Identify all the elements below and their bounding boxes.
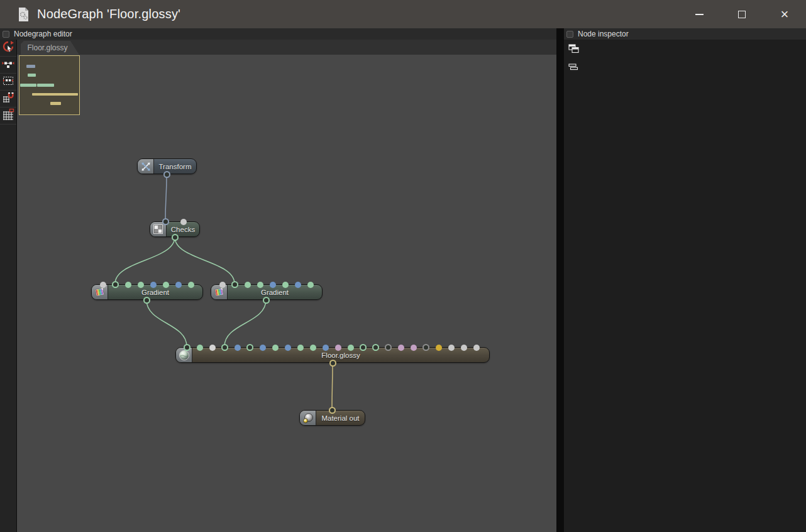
distribute-nodes-button[interactable] (0, 57, 16, 74)
minimap-bar-material-out (50, 102, 61, 105)
node-checks[interactable]: Checks (150, 221, 200, 237)
wire-gradient-1-to-floor-glossy[interactable] (146, 300, 187, 346)
minimap-bar-checks (28, 74, 36, 77)
cascade-windows-icon[interactable] (568, 44, 806, 56)
port-ringgray-ring[interactable] (422, 344, 429, 351)
grid-icon (2, 108, 14, 123)
port-green-dot[interactable] (310, 345, 316, 351)
title-bar[interactable]: NodeGraph 'Floor.glossy' × (0, 0, 806, 28)
navigate-icon (2, 40, 14, 55)
minimize-button[interactable] (678, 0, 720, 28)
port-gray-dot[interactable] (448, 345, 455, 351)
port-green-ring[interactable] (221, 344, 228, 351)
port-gray-dot[interactable] (219, 282, 226, 288)
node-graph-canvas[interactable]: TransformChecksGradientGradientFloor.glo… (17, 55, 556, 532)
frame-selection-icon (2, 74, 14, 89)
port-green-ring[interactable] (246, 344, 253, 351)
port-green-dot[interactable] (348, 345, 354, 351)
port-green-ring[interactable] (372, 344, 379, 351)
wire-gradient-2-to-floor-glossy[interactable] (224, 300, 266, 346)
port-blue-dot[interactable] (295, 282, 301, 288)
toggle-grid-button[interactable] (0, 108, 16, 125)
gradient-icon (211, 285, 228, 299)
snap-to-grid-button[interactable] (0, 91, 16, 108)
port-white-dot[interactable] (209, 345, 216, 351)
node-gradient-2[interactable]: Gradient (211, 284, 323, 300)
node-gradient-1[interactable]: Gradient (91, 284, 203, 300)
inspector-panel-checkbox[interactable] (566, 31, 573, 38)
port-green-dot[interactable] (297, 345, 304, 351)
editor-panel-header: Nodegraph editor (0, 28, 556, 40)
port-blue-dot[interactable] (270, 282, 276, 288)
port-pink-dot[interactable] (411, 345, 417, 351)
port-green-dot[interactable] (163, 282, 169, 288)
port-blue-dot[interactable] (260, 345, 266, 351)
pan-nodes-button[interactable] (0, 40, 16, 57)
material-sphere-icon (300, 411, 316, 425)
tab-floor-glossy[interactable]: Floor.glossy (21, 41, 79, 55)
port-blue-dot[interactable] (150, 282, 157, 288)
minimap[interactable] (19, 55, 80, 115)
port-green-ring[interactable] (172, 234, 179, 241)
port-steel-ring[interactable] (163, 171, 170, 178)
port-pink-dot[interactable] (335, 345, 341, 351)
wire-transform-to-checks[interactable] (165, 174, 167, 221)
window-title: NodeGraph 'Floor.glossy' (37, 7, 180, 21)
port-ringgray-ring[interactable] (385, 344, 392, 351)
inspector-panel-header: Node inspector (564, 28, 806, 40)
maximize-button[interactable] (720, 0, 763, 28)
node-label-material-out: Material out (316, 411, 365, 425)
node-label-transform: Transform (154, 159, 196, 174)
node-floor-glossy[interactable]: Floor.glossy (175, 347, 490, 363)
port-pink-dot[interactable] (398, 345, 404, 351)
close-button[interactable]: × (763, 0, 806, 28)
port-gray-dot[interactable] (473, 345, 480, 351)
port-green-dot[interactable] (245, 282, 251, 288)
port-green-dot[interactable] (307, 282, 314, 288)
transform-icon (138, 159, 154, 174)
node-inspector-panel (564, 40, 806, 532)
node-transform[interactable]: Transform (137, 158, 197, 174)
tab-label: Floor.glossy (27, 43, 67, 52)
port-green-ring[interactable] (263, 297, 270, 304)
port-tan-ring[interactable] (329, 407, 336, 414)
node-material-out[interactable]: Material out (299, 410, 365, 426)
wire-checks-to-gradient-2[interactable] (175, 237, 235, 284)
port-green-dot[interactable] (257, 282, 263, 288)
port-yellow-dot[interactable] (436, 345, 442, 351)
port-gray-dot[interactable] (100, 282, 106, 288)
close-icon: × (781, 8, 789, 21)
maximize-icon (738, 11, 746, 18)
minimize-icon (695, 14, 704, 15)
wire-floor-glossy-to-material-out[interactable] (332, 363, 333, 409)
port-gray-dot[interactable] (461, 345, 467, 351)
port-blue-dot[interactable] (285, 345, 291, 351)
port-green-dot[interactable] (282, 282, 289, 288)
port-green-ring[interactable] (231, 281, 238, 288)
port-tan-ring[interactable] (329, 360, 336, 367)
port-green-dot[interactable] (125, 282, 131, 288)
port-green-dot[interactable] (197, 345, 203, 351)
port-steel-ring[interactable] (162, 218, 169, 225)
inspector-panel-title: Node inspector (578, 30, 629, 38)
collapse-rows-icon[interactable] (568, 62, 806, 73)
port-green-dot[interactable] (272, 345, 279, 351)
port-green-ring[interactable] (360, 344, 367, 351)
nodegraph-window: NodeGraph 'Floor.glossy' × Nodegraph edi… (0, 0, 806, 532)
panel-splitter[interactable] (556, 28, 564, 532)
port-green-ring[interactable] (112, 281, 119, 288)
frame-selection-button[interactable] (0, 74, 16, 91)
port-gray-dot[interactable] (180, 219, 187, 225)
port-green-dot[interactable] (138, 282, 144, 288)
port-green-ring[interactable] (184, 344, 190, 351)
wire-checks-to-gradient-1[interactable] (115, 237, 175, 284)
port-blue-dot[interactable] (323, 345, 329, 351)
minimap-bar-transform (26, 65, 35, 68)
editor-panel-checkbox[interactable] (3, 31, 9, 38)
minimap-bar-floor-glossy (32, 93, 78, 96)
port-blue-dot[interactable] (175, 282, 182, 288)
port-green-ring[interactable] (143, 297, 150, 304)
port-blue-dot[interactable] (235, 345, 241, 351)
gradient-icon (92, 285, 108, 299)
port-green-dot[interactable] (188, 282, 194, 288)
